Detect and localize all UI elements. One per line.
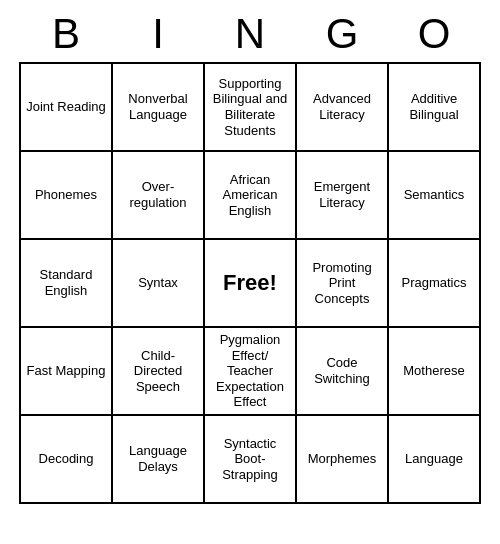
bingo-cell: Child-Directed Speech xyxy=(113,328,205,416)
title-letter: B xyxy=(20,10,112,58)
bingo-cell: Promoting Print Concepts xyxy=(297,240,389,328)
bingo-cell: Phonemes xyxy=(21,152,113,240)
bingo-cell: Syntax xyxy=(113,240,205,328)
bingo-cell: Supporting Bilingual and Biliterate Stud… xyxy=(205,64,297,152)
title-letter: I xyxy=(112,10,204,58)
bingo-cell: Over-regulation xyxy=(113,152,205,240)
bingo-cell: Standard English xyxy=(21,240,113,328)
bingo-cell: Fast Mapping xyxy=(21,328,113,416)
bingo-cell: Language Delays xyxy=(113,416,205,504)
bingo-cell: Joint Reading xyxy=(21,64,113,152)
bingo-cell: Motherese xyxy=(389,328,481,416)
bingo-cell: Pygmalion Effect/ Teacher Expectation Ef… xyxy=(205,328,297,416)
bingo-cell: Advanced Literacy xyxy=(297,64,389,152)
bingo-cell: Decoding xyxy=(21,416,113,504)
bingo-cell: Emergent Literacy xyxy=(297,152,389,240)
bingo-cell: Morphemes xyxy=(297,416,389,504)
bingo-cell: African American English xyxy=(205,152,297,240)
title-letter: G xyxy=(296,10,388,58)
title-letter: N xyxy=(204,10,296,58)
bingo-cell: Syntactic Boot-Strapping xyxy=(205,416,297,504)
bingo-cell: Code Switching xyxy=(297,328,389,416)
bingo-title: BINGO xyxy=(20,10,480,58)
bingo-cell: Pragmatics xyxy=(389,240,481,328)
bingo-cell: Language xyxy=(389,416,481,504)
bingo-cell: Nonverbal Language xyxy=(113,64,205,152)
bingo-cell: Additive Bilingual xyxy=(389,64,481,152)
bingo-cell: Semantics xyxy=(389,152,481,240)
title-letter: O xyxy=(388,10,480,58)
free-cell: Free! xyxy=(205,240,297,328)
bingo-grid: Joint ReadingNonverbal LanguageSupportin… xyxy=(19,62,481,504)
